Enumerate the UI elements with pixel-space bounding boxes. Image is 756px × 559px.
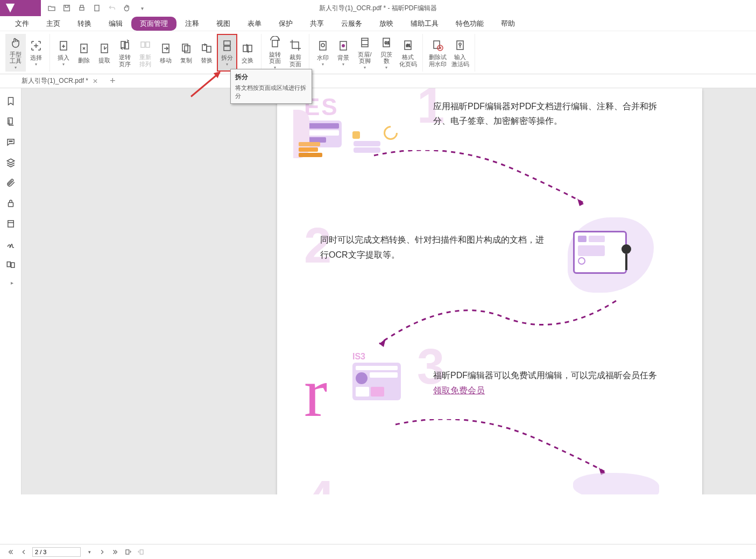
decorative-r-logo: r xyxy=(304,352,327,433)
svg-rect-34 xyxy=(8,118,12,124)
svg-rect-30 xyxy=(434,41,440,48)
select-button[interactable]: 选择 ▾ xyxy=(26,34,46,72)
reverse-button[interactable]: 逆转 页序 xyxy=(115,34,135,72)
document-tab[interactable]: 新人引导(1)_OCR.pdf * ✕ xyxy=(16,75,103,88)
doc-text-2: 同时可以完成文档转换、针对扫描件和图片构成的文档，进行OCR文字提取等。 xyxy=(320,232,546,263)
save-icon[interactable] xyxy=(60,2,73,15)
pdf-page: 1 ES 应用福昕PDF编辑器对PDF文档进行编辑、注释、合并和拆分、电子签章、… xyxy=(277,88,702,494)
pages-icon[interactable] xyxy=(5,116,16,127)
svg-rect-1 xyxy=(65,5,68,8)
extract-button[interactable]: 提取 xyxy=(94,34,115,72)
doc-text-3: 福昕PDF编辑器可以免费试用编辑，可以完成福昕会员任务领取免费会员 xyxy=(433,368,665,398)
menu-comment[interactable]: 注释 xyxy=(176,17,208,31)
insert-button[interactable]: 插入 ▾ xyxy=(53,34,74,72)
header-footer-icon xyxy=(357,35,372,50)
attachments-icon[interactable] xyxy=(5,178,16,188)
document-tabs: 新人引导(1)_OCR.pdf * ✕ + xyxy=(0,74,756,88)
bookmark-icon[interactable] xyxy=(5,96,16,107)
open-icon[interactable] xyxy=(45,2,58,15)
background-icon xyxy=(336,38,351,53)
move-button[interactable]: 移动 xyxy=(156,34,176,72)
svg-rect-2 xyxy=(80,8,84,10)
first-page-icon[interactable] xyxy=(6,548,15,556)
menu-view[interactable]: 视图 xyxy=(208,17,239,31)
rearrange-button[interactable]: 重新 排列 xyxy=(135,34,156,72)
crop-icon xyxy=(288,38,303,53)
form-fields-icon[interactable] xyxy=(5,218,16,229)
jump-back-icon[interactable] xyxy=(124,548,132,556)
prev-page-icon[interactable] xyxy=(19,548,28,556)
menu-share[interactable]: 共享 xyxy=(301,17,333,31)
format-num-icon: #1 xyxy=(400,38,415,53)
chevron-down-icon: ▾ xyxy=(322,62,324,67)
svg-rect-13 xyxy=(182,44,188,51)
doc-text-1: 应用福昕PDF编辑器对PDF文档进行编辑、注释、合并和拆分、电子签章、加密解密等… xyxy=(433,99,665,128)
rotate-icon xyxy=(267,35,282,50)
split-button[interactable]: 拆分 ▾ xyxy=(217,34,237,72)
document-viewport[interactable]: 1 ES 应用福昕PDF编辑器对PDF文档进行编辑、注释、合并和拆分、电子签章、… xyxy=(22,88,756,494)
svg-rect-14 xyxy=(185,46,190,53)
page-navigation: ▾ xyxy=(6,547,145,557)
bates-button[interactable]: 01 贝茨 数 ▾ xyxy=(376,34,397,72)
bates-icon: 01 xyxy=(379,35,394,50)
expand-sidebar-icon[interactable]: ▸ xyxy=(5,280,16,286)
key-icon xyxy=(453,38,468,53)
crop-button[interactable]: 裁剪 页面 xyxy=(285,34,306,72)
copy-button[interactable]: 复制 xyxy=(176,34,196,72)
ribbon: 手型 工具 ▾ 选择 ▾ 插入 ▾ 删除 提取 逆转 页序 重新 排列 xyxy=(0,31,756,74)
svg-rect-39 xyxy=(8,221,13,227)
svg-rect-16 xyxy=(207,46,211,52)
page-dropdown-icon[interactable]: ▾ xyxy=(85,548,94,556)
menu-file[interactable]: 文件 xyxy=(6,17,38,31)
qat-expand-icon[interactable]: ▾ xyxy=(136,2,149,15)
background-button[interactable]: 背景 ▾ xyxy=(333,34,354,72)
menu-protect[interactable]: 保护 xyxy=(270,17,301,31)
tab-close-icon[interactable]: ✕ xyxy=(93,77,98,85)
layers-icon[interactable] xyxy=(5,157,16,168)
comments-icon[interactable] xyxy=(5,137,16,147)
hand-dropdown-icon[interactable] xyxy=(121,2,133,15)
svg-text:#1: #1 xyxy=(406,44,411,47)
app-logo-area xyxy=(0,0,41,16)
svg-rect-22 xyxy=(320,41,326,50)
delete-button[interactable]: 删除 xyxy=(74,34,94,72)
svg-rect-21 xyxy=(272,40,278,47)
menu-page-manage[interactable]: 页面管理 xyxy=(131,17,176,31)
free-member-link[interactable]: 领取免费会员 xyxy=(433,386,485,395)
menu-help[interactable]: 帮助 xyxy=(492,17,524,31)
last-page-icon[interactable] xyxy=(111,548,119,556)
new-tab-button[interactable]: + xyxy=(110,75,116,87)
undo-icon[interactable] xyxy=(105,2,118,15)
del-trial-wm-button[interactable]: 删除试 用水印 xyxy=(426,34,449,72)
menu-home[interactable]: 主页 xyxy=(38,17,69,31)
replace-button[interactable]: 替换 xyxy=(196,34,217,72)
menu-cloud[interactable]: 云服务 xyxy=(333,17,371,31)
svg-rect-40 xyxy=(7,262,10,267)
swap-button[interactable]: 交换 xyxy=(237,34,258,72)
page-number-input[interactable] xyxy=(32,547,81,557)
menu-accessibility[interactable]: 辅助工具 xyxy=(402,17,447,31)
menu-special[interactable]: 特色功能 xyxy=(447,17,492,31)
format-num-button[interactable]: #1 格式 化页码 xyxy=(397,34,419,72)
menu-form[interactable]: 表单 xyxy=(239,17,270,31)
menu-play[interactable]: 放映 xyxy=(371,17,402,31)
compare-icon[interactable] xyxy=(5,259,16,270)
delete-page-icon xyxy=(76,41,91,56)
header-footer-button[interactable]: 页眉/ 页脚 ▾ xyxy=(354,34,376,72)
security-icon[interactable] xyxy=(5,198,16,209)
next-page-icon[interactable] xyxy=(98,548,107,556)
svg-point-35 xyxy=(9,141,10,142)
chevron-down-icon: ▾ xyxy=(15,65,17,70)
blank-page-icon[interactable] xyxy=(90,2,103,15)
hand-tool-button[interactable]: 手型 工具 ▾ xyxy=(5,34,26,72)
rotate-button[interactable]: 旋转 页面 ▾ xyxy=(265,34,285,72)
menu-convert[interactable]: 转换 xyxy=(69,17,100,31)
tab-label: 新人引导(1)_OCR.pdf * xyxy=(22,76,88,86)
signature-icon[interactable] xyxy=(5,239,16,250)
watermark-button[interactable]: 水印 ▾ xyxy=(313,34,333,72)
activate-button[interactable]: 输入 激活码 xyxy=(449,34,471,72)
jump-forward-icon[interactable] xyxy=(137,548,145,556)
menu-edit[interactable]: 编辑 xyxy=(100,17,131,31)
decorative-curve xyxy=(369,295,621,355)
print-icon[interactable] xyxy=(75,2,88,15)
